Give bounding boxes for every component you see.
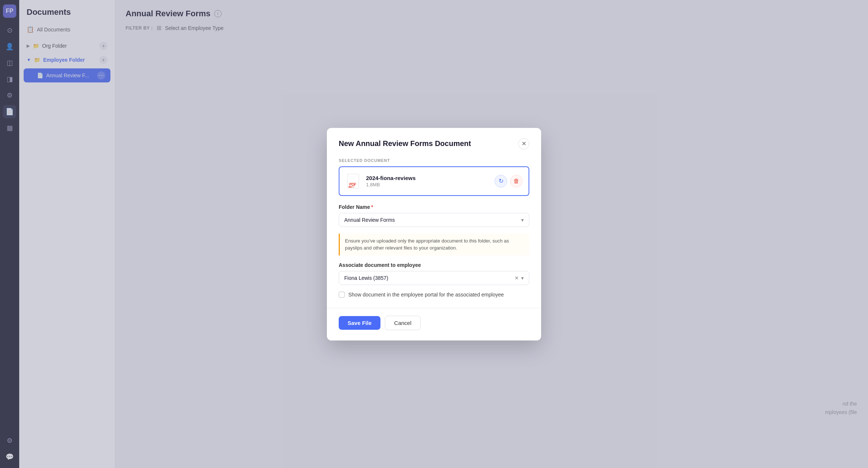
associate-employee-select[interactable]: Fiona Lewis (3857) ✕ [339,271,529,285]
associate-select-actions: ✕ [515,275,524,281]
folder-name-label: Folder Name * [339,204,529,210]
save-file-button[interactable]: Save File [339,316,380,330]
modal-footer: Save File Cancel [339,316,529,330]
associate-chevron-icon [521,275,524,281]
notice-box: Ensure you've uploaded only the appropri… [339,234,529,255]
associate-label: Associate document to employee [339,262,529,268]
svg-rect-2 [348,186,352,187]
selected-doc-label: SELECTED DOCUMENT [339,158,529,163]
svg-text:PDF: PDF [352,186,354,188]
notice-text: Ensure you've uploaded only the appropri… [345,238,509,251]
show-in-portal-row[interactable]: Show document in the employee portal for… [339,292,529,298]
folder-name-select[interactable]: Annual Review Forms [339,213,529,227]
modal-divider [327,308,541,308]
folder-chevron-icon [521,217,524,223]
doc-actions: ↻ 🗑 [495,175,523,187]
delete-document-button[interactable]: 🗑 [510,175,523,187]
doc-size: 1.8MB [366,182,489,187]
associate-group: Associate document to employee Fiona Lew… [339,262,529,285]
show-in-portal-label: Show document in the employee portal for… [348,292,504,298]
doc-info: 2024-fiona-reviews 1.8MB [366,175,489,187]
folder-name-group: Folder Name * Annual Review Forms [339,204,529,227]
modal-header: New Annual Review Forms Document ✕ [339,138,529,149]
show-in-portal-checkbox[interactable] [339,292,345,298]
associate-value: Fiona Lewis (3857) [344,275,388,281]
clear-associate-icon[interactable]: ✕ [515,275,519,281]
modal: New Annual Review Forms Document ✕ SELEC… [327,128,541,340]
refresh-document-button[interactable]: ↻ [495,175,507,187]
modal-overlay: New Annual Review Forms Document ✕ SELEC… [0,0,868,468]
folder-name-value: Annual Review Forms [344,217,395,223]
modal-title: New Annual Review Forms Document [339,139,471,148]
required-star: * [371,204,373,210]
pdf-icon: PDF [345,172,361,190]
cancel-button[interactable]: Cancel [385,316,421,330]
doc-name: 2024-fiona-reviews [366,175,489,181]
selected-document-card: PDF 2024-fiona-reviews 1.8MB ↻ 🗑 [339,166,529,196]
modal-close-button[interactable]: ✕ [518,138,529,149]
